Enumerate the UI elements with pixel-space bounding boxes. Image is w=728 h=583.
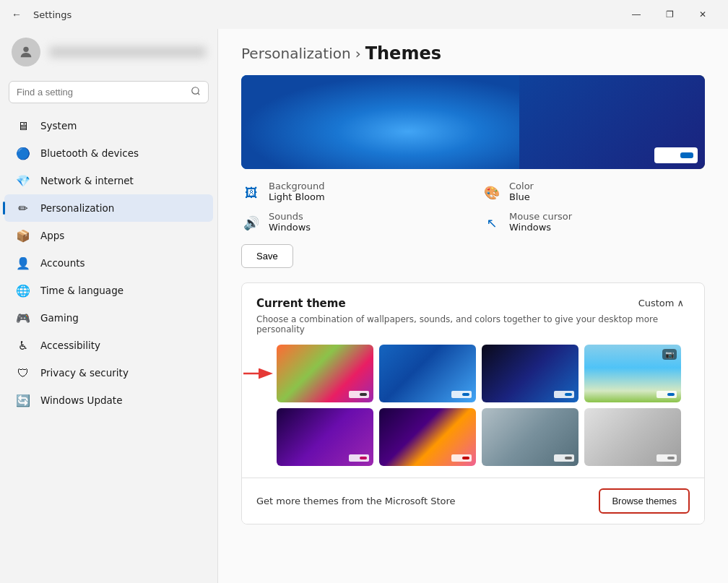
theme-option-sounds[interactable]: 🔊 Sounds Windows — [241, 211, 464, 233]
nav-label-system: System — [40, 120, 77, 131]
search-box[interactable] — [9, 81, 209, 103]
nav-icon-bluetooth: 🔵 — [16, 146, 30, 160]
theme-tile-gray[interactable] — [482, 408, 578, 466]
theme-option-icon-sounds: 🔊 — [241, 212, 261, 233]
breadcrumb: Personalization › Themes — [241, 43, 705, 64]
nav-label-network: Network & internet — [40, 175, 134, 186]
current-theme-description: Choose a combination of wallpapers, soun… — [242, 314, 704, 345]
theme-option-cursor[interactable]: ↖ Mouse cursor Windows — [482, 211, 705, 233]
user-profile[interactable] — [0, 29, 217, 75]
theme-option-icon-background: 🖼 — [241, 182, 261, 202]
breadcrumb-current: Themes — [365, 43, 441, 64]
theme-options-grid: 🖼 Background Light Bloom 🎨 Color Blue 🔊 … — [241, 181, 705, 233]
user-name — [49, 46, 206, 58]
option-label-sounds: Sounds — [269, 211, 311, 222]
themes-grid: 📷 — [265, 345, 693, 478]
search-input[interactable] — [17, 87, 185, 98]
custom-badge[interactable]: Custom ∧ — [633, 295, 690, 311]
sidebar-item-update[interactable]: 🔄 Windows Update — [4, 386, 213, 414]
sidebar-item-apps[interactable]: 📦 Apps — [4, 222, 213, 249]
sidebar-item-time[interactable]: 🌐 Time & language — [4, 277, 213, 304]
tile-pill-landscape — [667, 393, 675, 396]
current-theme-header: Current theme Custom ∧ — [242, 283, 704, 314]
taskbar-pill — [680, 152, 693, 158]
option-value-color: Blue — [509, 191, 534, 202]
sidebar-item-accounts[interactable]: 👤 Accounts — [4, 249, 213, 277]
minimize-button[interactable]: — — [620, 3, 653, 26]
theme-option-background[interactable]: 🖼 Background Light Bloom — [241, 181, 464, 202]
theme-tile-dark-bloom[interactable] — [482, 345, 578, 402]
nav-icon-accessibility: ♿ — [16, 338, 30, 353]
back-button[interactable]: ← — [9, 6, 25, 23]
nav-label-time: Time & language — [40, 285, 124, 296]
tile-taskbar-colorful — [349, 391, 369, 398]
option-value-cursor: Windows — [509, 222, 572, 233]
theme-option-icon-color: 🎨 — [482, 182, 502, 202]
option-label-background: Background — [269, 181, 325, 191]
save-button[interactable]: Save — [241, 244, 293, 268]
custom-label: Custom — [638, 298, 675, 308]
store-text: Get more themes from the Microsoft Store — [256, 496, 456, 506]
camera-icon: 📷 — [662, 349, 677, 360]
nav-icon-gaming: 🎮 — [16, 311, 30, 325]
svg-point-1 — [192, 87, 199, 94]
main-content: Personalization › Themes 🖼 Background Li… — [218, 29, 728, 583]
theme-tile-colorful[interactable] — [277, 345, 373, 402]
nav-label-accounts: Accounts — [40, 257, 85, 269]
nav-icon-system: 🖥 — [16, 118, 30, 133]
avatar — [12, 38, 40, 66]
nav-label-gaming: Gaming — [40, 312, 79, 324]
theme-tile-purple[interactable] — [277, 408, 373, 466]
app-title: Settings — [33, 9, 72, 20]
browse-themes-button[interactable]: Browse themes — [599, 488, 690, 514]
tile-taskbar-gray — [554, 454, 574, 462]
theme-tile-bloom[interactable] — [379, 345, 476, 402]
theme-tile-landscape[interactable]: 📷 — [584, 345, 681, 402]
theme-option-color[interactable]: 🎨 Color Blue — [482, 181, 705, 202]
close-button[interactable]: ✕ — [686, 3, 719, 26]
nav-label-accessibility: Accessibility — [40, 340, 100, 351]
nav-icon-update: 🔄 — [16, 393, 30, 407]
tile-pill-gray — [565, 457, 572, 459]
preview-taskbar — [654, 147, 698, 163]
nav-label-apps: Apps — [40, 230, 64, 241]
nav-icon-privacy: 🛡 — [16, 366, 30, 380]
sidebar-item-network[interactable]: 💎 Network & internet — [4, 167, 213, 194]
theme-option-icon-cursor: ↖ — [482, 212, 502, 233]
theme-tile-wavy[interactable] — [584, 408, 681, 466]
arrow-indicator — [242, 366, 274, 381]
theme-preview — [241, 75, 705, 169]
sidebar-item-bluetooth[interactable]: 🔵 Bluetooth & devices — [4, 139, 213, 167]
nav-icon-accounts: 👤 — [16, 256, 30, 270]
theme-tile-flower[interactable] — [379, 408, 476, 466]
sidebar-item-privacy[interactable]: 🛡 Privacy & security — [4, 359, 213, 386]
tile-pill-colorful — [360, 393, 367, 396]
tile-taskbar-dark-bloom — [554, 391, 574, 398]
option-value-background: Light Bloom — [269, 191, 325, 202]
tile-taskbar-flower — [451, 454, 472, 462]
tile-taskbar-landscape — [656, 391, 677, 398]
nav-icon-personalization: ✏️ — [16, 201, 30, 215]
breadcrumb-parent: Personalization — [241, 45, 351, 62]
current-theme-section: Current theme Custom ∧ Choose a combinat… — [241, 282, 705, 524]
nav-label-privacy: Privacy & security — [40, 367, 129, 379]
nav-icon-time: 🌐 — [16, 283, 30, 298]
tile-pill-flower — [462, 457, 469, 459]
option-label-cursor: Mouse cursor — [509, 211, 572, 222]
window-controls: — ❐ ✕ — [620, 3, 719, 26]
sidebar-item-accessibility[interactable]: ♿ Accessibility — [4, 332, 213, 359]
nav-label-bluetooth: Bluetooth & devices — [40, 147, 139, 159]
option-label-color: Color — [509, 181, 534, 191]
nav-icon-network: 💎 — [16, 173, 30, 188]
sidebar: 🖥 System 🔵 Bluetooth & devices 💎 Network… — [0, 29, 218, 583]
search-icon — [191, 86, 201, 98]
expand-icon: ∧ — [677, 298, 684, 308]
nav-label-update: Windows Update — [40, 394, 122, 406]
sidebar-item-gaming[interactable]: 🎮 Gaming — [4, 304, 213, 332]
option-value-sounds: Windows — [269, 222, 311, 233]
sidebar-item-personalization[interactable]: ✏️ Personalization — [4, 194, 213, 222]
sidebar-item-system[interactable]: 🖥 System — [4, 112, 213, 139]
restore-button[interactable]: ❐ — [653, 3, 686, 26]
app-body: 🖥 System 🔵 Bluetooth & devices 💎 Network… — [0, 29, 728, 583]
nav-icon-apps: 📦 — [16, 228, 30, 243]
